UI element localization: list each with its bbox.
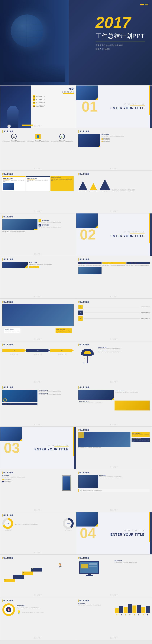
icon-chart: 📊 bbox=[59, 134, 65, 139]
slide-content-04a-inner: 输入中文标题 输入中文支标题 输入中文内容文字，此处仅作示例，请根据实际情况修改… bbox=[0, 256, 76, 298]
u-body-2: 输入中文内容文字，此处仅作示例，请根据实际情况修改 bbox=[98, 352, 150, 353]
watermark-10a: 515PPT bbox=[34, 594, 42, 596]
gt1-body: 输入中文内容文字，此处仅作示例，请根据实际情况修改 bbox=[115, 392, 149, 393]
step-line-02 bbox=[84, 312, 140, 313]
section-01-title-block: ENTER YOUR TITLE ENTER YOUR TITLE bbox=[110, 104, 144, 110]
right-strip-03 bbox=[74, 427, 76, 469]
slide-content-07b: 输入中文标题 WRITE YOUR TITLE 输入中文内容文字，此处仅作示例，… bbox=[76, 384, 152, 426]
gt2-body: 输入中文内容文字，此处仅作示例，请根据实际情况修改 bbox=[79, 402, 113, 404]
step-label-02: WRITE YOUR TITLE bbox=[141, 312, 150, 313]
section-04-num: 04 bbox=[80, 526, 96, 540]
watermark-09b: 515PPT bbox=[34, 552, 42, 554]
main-08a: 输入中文内容文字，此处仅作示例，请根据实际情况修改 bbox=[78, 432, 130, 448]
slide-content-02a: 输入中文标题 WRITE YOUR TITLE 输入中文内容文字，此处仅作示例，… bbox=[0, 170, 76, 213]
slide-content-05a-inner: 输入中文标题 WRITE YOUR TITLE 输入中文内容文字，此处仅作示例，… bbox=[0, 299, 76, 341]
section-04-sub: ENTER YOUR TITLE bbox=[110, 530, 144, 531]
icon-2-body: 输入中文内容文字，此处仅作示例，请根据实际情况修改 bbox=[27, 141, 49, 142]
card-1-photo bbox=[3, 183, 14, 190]
col-card-2: WRITE YOUR TITLE 输入中文内容文字，此处仅作示例，请根据实际情况… bbox=[102, 262, 125, 274]
dot-1 bbox=[116, 614, 117, 616]
target-inner: 🎯 bbox=[6, 607, 12, 612]
slide-section-02: 02 ENTER YOUR TITLE ENTER YOUR TITLE bbox=[76, 213, 152, 256]
right-col: 1 输入中文支标题 输入中文内容文字，此处仅作示例，请根据实际情况修改 2 输入… bbox=[39, 219, 74, 232]
cover-divider bbox=[96, 42, 145, 42]
text-area-08b: 输入中文支标题 输入中文内容文字，此处仅作示例，请根据实际情况修改 WRITE … bbox=[2, 475, 58, 491]
chart-40-label: 输入中文支标题 bbox=[63, 530, 74, 530]
section-03-title: ENTER YOUR TITLE bbox=[34, 448, 69, 451]
toc-label-3: 输入标题的文字 bbox=[36, 102, 45, 104]
slide-content-08a: 输入中文标题 输入中文内容文字，此处仅作示例，请根据实际情况修改 WRITE Y… bbox=[76, 426, 152, 469]
slide-10b-title: 输入中文标题 bbox=[78, 557, 150, 559]
cover-subtitle: 适用于工作总结/计划/汇报/述职 bbox=[96, 44, 145, 47]
card-2-body: 输入中文内容文字，此处仅作示例，请根据实际情况修改 bbox=[27, 180, 49, 182]
slide-content-11b-inner: 输入中文标题 输入中文支标题 输入中文内容文字，此处仅作示例，请根据实际情况修改 bbox=[76, 597, 152, 640]
toc-item-3: 03 输入标题的文字 bbox=[33, 102, 74, 104]
col-card-3: WRITE YOUR TITLE 输入中文内容文字，此处仅作示例，请根据实际情况… bbox=[126, 262, 150, 274]
icon-item-3: 📊 输入中文支标题 输入中文内容文字，此处仅作示例，请根据实际情况修改 bbox=[51, 134, 74, 142]
card-body-1: 输入中文内容文字，此处仅作示例，请根据实际情况修改 bbox=[78, 265, 101, 266]
watermark-05b: 515PPT bbox=[110, 338, 118, 340]
stair-1: 01 bbox=[4, 579, 15, 582]
slide-content-10b-inner: 输入中文标题 bbox=[76, 555, 152, 597]
yellow-strip-04 bbox=[149, 512, 150, 542]
text-04a-title: 输入中文支标题 bbox=[29, 262, 74, 263]
card-1-line bbox=[3, 179, 11, 180]
slide-content-10b: 输入中文标题 bbox=[76, 554, 152, 597]
watermark-02b: 515PPT bbox=[110, 210, 118, 212]
target-icon: 🎯 bbox=[7, 608, 10, 611]
toc-label-4: 输入标题的文字 bbox=[36, 105, 45, 107]
watermark-07a: 515PPT bbox=[34, 424, 42, 426]
left-content bbox=[78, 134, 100, 147]
watermark-toc: 515PPT bbox=[34, 125, 42, 127]
slide-content-01a-inner: 输入中文标题 ◎ 输入中文支标题 输入中文内容文字，此处仅作示例，请根据实际情况… bbox=[0, 128, 76, 170]
slide-content-11b: 输入中文标题 输入中文支标题 输入中文内容文字，此处仅作示例，请根据实际情况修改 bbox=[76, 597, 152, 640]
bar-6 bbox=[137, 605, 141, 613]
card-h3-text: WRITE YOUR TITLE bbox=[127, 262, 149, 264]
dot-5 bbox=[134, 614, 135, 616]
section-02-sub: ENTER YOUR TITLE bbox=[110, 231, 144, 232]
right-strip-04 bbox=[150, 512, 152, 554]
u-body-1: 输入中文内容文字，此处仅作示例，请根据实际情况修改 bbox=[98, 348, 150, 350]
slide-content-03a: 输入中文标题 输入中文内容文字，此处仅作示例，请根据实际情况修改 1 输入中文支… bbox=[0, 213, 76, 256]
layout-09a: 输入中文支标题 输入中文内容文字，此处仅作示例，请根据实际情况修改 bbox=[78, 475, 150, 488]
bars-container bbox=[115, 603, 150, 614]
section-02-line bbox=[130, 233, 144, 234]
stair-2-text: 02 bbox=[13, 575, 24, 577]
donut-70-text: 70% bbox=[4, 520, 11, 527]
slide-content-11a: 输入中文标题 🎯 输入中文支标题 输入中文内容文字，此处仅作示例，请根据实际情况… bbox=[0, 597, 76, 640]
slide-content-09a-inner: 输入中文标题 输入中文支标题 输入中文内容文字，此处仅作示例，请根据实际情况修改… bbox=[76, 470, 152, 512]
target-body: 输入中文内容文字，此处仅作示例，请根据实际情况修改 bbox=[17, 607, 74, 608]
right-item-1: 1 输入中文支标题 输入中文内容文字，此处仅作示例，请根据实际情况修改 bbox=[39, 219, 74, 223]
cover-overlay bbox=[0, 0, 69, 85]
item-1: 输入中文支标题 bbox=[103, 138, 110, 139]
cover-content: 2017 工作总结计划PPT 适用于工作总结/计划/汇报/述职 汇报人：515p… bbox=[96, 14, 145, 50]
overlay-1-title: WRITE YOUR TITLE bbox=[5, 329, 20, 330]
section-04-photo bbox=[76, 512, 98, 526]
card-2-line bbox=[27, 179, 35, 180]
stair-4-text: 04 bbox=[31, 568, 42, 570]
toc-header-block: 目录 CONTENTS bbox=[33, 87, 74, 94]
toc-person bbox=[6, 106, 20, 128]
item-3: 输入中文支标题 bbox=[103, 140, 110, 142]
slide-content-10a: 输入中文标题 01 02 03 04 🏃 515PPT bbox=[0, 554, 76, 597]
slide-content-02b: 输入中文标题 WRITE YOUR TITLE WRITE YOUR TITLE… bbox=[76, 170, 152, 213]
meeting-photo bbox=[78, 475, 98, 488]
big-photo-08a bbox=[78, 432, 130, 447]
num-badge-2: 2 bbox=[39, 224, 41, 226]
photo-04a bbox=[2, 262, 28, 268]
steps-area: 01 WRITE YOUR TITLE 02 WRITE YOUR TITLE … bbox=[78, 305, 150, 321]
card-body-2: 输入中文内容文字，此处仅作示例，请根据实际情况修改 bbox=[102, 265, 125, 266]
tri-1: WRITE YOUR TITLE bbox=[78, 181, 87, 192]
step-label-01: WRITE YOUR TITLE bbox=[141, 306, 150, 308]
icon-3-label: 输入中文支标题 bbox=[51, 140, 74, 141]
monitor-area bbox=[78, 560, 113, 577]
dot-4 bbox=[129, 614, 130, 616]
side-card-08a: WRITE YOUR TITLE 输入中文内容文字，此处仅作示例，请根据实际情况… bbox=[131, 432, 150, 437]
watermark-01a: 515PPT bbox=[34, 168, 42, 170]
dot-3 bbox=[125, 614, 126, 616]
slide-toc-inner: 目录 CONTENTS 01 输入标题的文字 02 输入标题的文字 03 输入标… bbox=[0, 86, 76, 128]
tag-1: WRITE YOUR TITLE bbox=[29, 266, 39, 268]
svg-rect-8 bbox=[81, 564, 88, 568]
section-03-num: 03 bbox=[4, 441, 20, 455]
section-03-photo bbox=[0, 427, 22, 441]
